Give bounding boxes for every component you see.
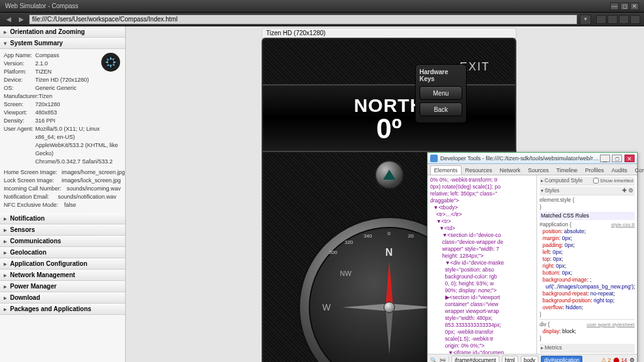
- toolbar-btn-1[interactable]: [596, 15, 606, 24]
- system-summary-body: App Name:Compass Version:2.1.0 Platform:…: [0, 49, 125, 213]
- hw-back-button[interactable]: Back: [419, 102, 462, 116]
- devtools-tabs: Elements Resources Network Sources Timel…: [428, 164, 637, 175]
- device-frame-title: Tizen HD (720x1280): [262, 28, 516, 38]
- devtools-close-button[interactable]: ✕: [625, 155, 635, 162]
- devtools-title: Developer Tools - file:///C:/tizen-sdk/t…: [440, 155, 599, 162]
- warning-count[interactable]: ⚠ 2: [601, 357, 611, 363]
- accordion-geolocation[interactable]: ▸Geolocation: [0, 247, 125, 258]
- hardware-keys-title: Hardware Keys: [419, 69, 462, 82]
- breadcrumb-body[interactable]: body: [521, 356, 538, 363]
- minimize-button[interactable]: —: [610, 3, 619, 10]
- window-controls: — ◻ ✕: [610, 3, 639, 10]
- simulator-area: Tizen HD (720x1280) EXIT NORTH 0º 0 20 4…: [126, 26, 644, 362]
- breadcrumb-app[interactable]: div#application: [541, 356, 582, 363]
- accordion-packages[interactable]: ▸Packages and Applications: [0, 304, 125, 315]
- hw-menu-button[interactable]: Menu: [419, 86, 462, 100]
- accordion-download[interactable]: ▸Download: [0, 292, 125, 304]
- toolbar-btn-4[interactable]: [630, 15, 640, 24]
- tizen-logo-icon: [101, 53, 120, 72]
- styles-pane[interactable]: ▸Computed Style Show inherited ▾Styles✚ …: [536, 175, 637, 354]
- cardinal-nw: NW: [340, 270, 352, 277]
- tab-console[interactable]: Console: [631, 165, 644, 175]
- app-title: Web Simulator - Compass: [5, 3, 79, 9]
- triangle-up-icon: [383, 170, 396, 180]
- accordion-communications[interactable]: ▸Communications: [0, 236, 125, 247]
- toolbar-btn-2[interactable]: [608, 15, 618, 24]
- breadcrumb-html[interactable]: html: [502, 356, 518, 363]
- degrees-label: 0º: [376, 116, 402, 141]
- cardinal-n: N: [386, 247, 393, 258]
- address-bar: ◀ ▶ ▼: [0, 13, 644, 26]
- accordion-system-summary[interactable]: ▾System Summary: [0, 38, 125, 49]
- accordion-network[interactable]: ▸Network Management: [0, 270, 125, 281]
- settings-gear-icon[interactable]: ⚙: [630, 357, 635, 363]
- cardinal-w: W: [323, 302, 331, 312]
- accordion-notification[interactable]: ▸Notification: [0, 213, 125, 224]
- accordion-orientation[interactable]: ▸Orientation and Zooming: [0, 26, 125, 38]
- tab-resources[interactable]: Resources: [462, 165, 496, 175]
- tab-audits[interactable]: Audits: [608, 165, 631, 175]
- north-indicator-button[interactable]: [375, 160, 404, 189]
- hardware-keys-panel: Hardware Keys Menu Back: [415, 64, 467, 123]
- tab-network[interactable]: Network: [496, 165, 525, 175]
- accordion-sensors[interactable]: ▸Sensors: [0, 224, 125, 236]
- console-toggle-icon[interactable]: >≡: [440, 357, 446, 363]
- breadcrumb-iframe[interactable]: iframe#document: [452, 356, 499, 363]
- devtools-titlebar: Developer Tools - file:///C:/tizen-sdk/t…: [428, 153, 637, 164]
- error-count[interactable]: ⬤ 14: [613, 357, 627, 363]
- show-inherited-checkbox[interactable]: [593, 178, 599, 184]
- inspect-icon[interactable]: 🔍: [430, 357, 437, 363]
- heading-display: NORTH 0º: [263, 84, 515, 152]
- history-forward-icon[interactable]: ▶: [16, 14, 26, 25]
- tab-elements[interactable]: Elements: [430, 165, 462, 175]
- history-back-icon[interactable]: ◀: [4, 14, 14, 25]
- tab-sources[interactable]: Sources: [525, 165, 553, 175]
- devtools-statusbar: 🔍 >≡ iframe#document html body div#appli…: [428, 354, 637, 362]
- accordion-app-config[interactable]: ▸Application Configuration: [0, 258, 125, 270]
- left-sidebar: ▸Orientation and Zooming ▾System Summary…: [0, 26, 126, 362]
- toolbar-btn-3[interactable]: [619, 15, 629, 24]
- tab-timeline[interactable]: Timeline: [553, 165, 582, 175]
- dom-tree[interactable]: 0% 0%; -webkit-transform: tr0px) rotate(…: [428, 175, 536, 354]
- devtools-window[interactable]: Developer Tools - file:///C:/tizen-sdk/t…: [427, 152, 638, 362]
- devtools-minimize-button[interactable]: _: [600, 155, 610, 162]
- devtools-maximize-button[interactable]: □: [612, 155, 622, 162]
- url-input[interactable]: [29, 14, 577, 25]
- tab-profiles[interactable]: Profiles: [581, 165, 608, 175]
- url-dropdown-icon[interactable]: ▼: [580, 14, 591, 25]
- close-button[interactable]: ✕: [630, 3, 639, 10]
- devtools-favicon-icon: [430, 155, 438, 162]
- app-titlebar: Web Simulator - Compass — ◻ ✕: [0, 0, 644, 13]
- maximize-button[interactable]: ◻: [620, 3, 629, 10]
- accordion-power[interactable]: ▸Power Manager: [0, 281, 125, 292]
